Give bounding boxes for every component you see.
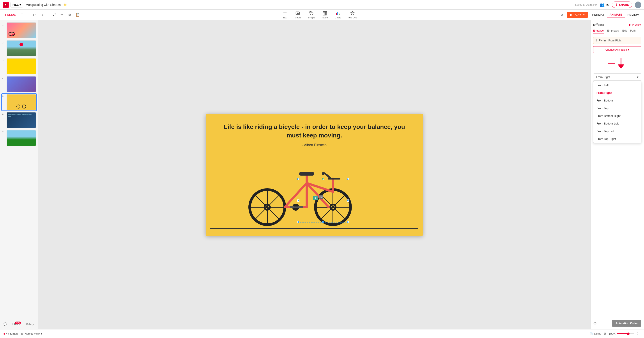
dropdown-container: From Right ▾ From Left From Right From B… (593, 74, 641, 143)
paint-format-button[interactable]: 🖌 (51, 12, 58, 18)
change-animation-button[interactable]: Change Animation ▾ (593, 46, 641, 53)
grid-view-button[interactable]: ⊞ (19, 12, 26, 18)
slide-canvas: Life is like riding a bicycle - in order… (206, 114, 423, 236)
slide-thumb-4[interactable]: 4 (2, 76, 36, 93)
preview-link[interactable]: ▶ Preview (629, 23, 641, 26)
folder-icon: 📁 (63, 3, 67, 6)
dropdown-option-from-bottom[interactable]: From Bottom (594, 97, 641, 104)
dropdown-option-from-top[interactable]: From Top (594, 104, 641, 112)
play-button[interactable]: ▶ PLAY ▾ (567, 12, 588, 18)
svg-rect-43 (298, 206, 303, 208)
dropdown-option-from-top-right[interactable]: From Top-Right (594, 135, 641, 143)
panel-actions: ⚙ Animation Order (590, 317, 644, 329)
slide-preview-6: "six sense of practice is worth a thousa… (6, 112, 36, 128)
dropdown-option-from-right[interactable]: From Right (594, 89, 641, 97)
tool-text[interactable]: Text (282, 11, 288, 19)
toolbar-separator-2 (48, 12, 48, 18)
slide-thumb-1[interactable]: 1 (2, 22, 36, 39)
slide-thumb-6[interactable]: 6 "six sense of practice is worth a thou… (2, 112, 36, 128)
cut-button[interactable]: ✂ (59, 12, 65, 18)
effect-tab-path[interactable]: Path (630, 29, 636, 34)
animation-item[interactable]: 2 Fly In From Right (593, 37, 641, 44)
share-button[interactable]: ⇧ SHARE (612, 2, 632, 8)
svg-rect-15 (339, 13, 340, 15)
anim-type: Fly In (599, 39, 606, 42)
tab-review[interactable]: REVIEW (625, 12, 641, 18)
animation-order-button[interactable]: Animation Order (612, 320, 641, 326)
bottom-bar: 5 / 7 Slides ⊞ Normal View ▾ 📄 Notes ⧉ 1… (0, 329, 644, 338)
bicycle-image: 2 1 (241, 161, 364, 227)
direction-dropdown[interactable]: From Right ▾ (593, 74, 641, 81)
effect-tab-entrance[interactable]: Entrance (593, 29, 604, 34)
settings-icon[interactable]: ⚙ (559, 12, 565, 18)
tool-chart[interactable]: Chart (335, 11, 340, 19)
anim-direction: From Right (608, 39, 621, 42)
slide-quote: Life is like riding a bicycle - in order… (206, 123, 423, 147)
toolbar: + SLIDE ⊞ ↩ ↪ 🖌 ✂ ⧉ 📋 Text Media Shape T… (0, 10, 644, 20)
slide-thumb-5[interactable]: 5 (2, 94, 36, 111)
canvas-area[interactable]: Life is like riding a bicycle - in order… (38, 20, 590, 329)
fullscreen-button[interactable]: ⛶ (637, 332, 640, 336)
effect-tab-emphasis[interactable]: Emphasis (607, 29, 619, 34)
gallery-button[interactable]: Gallery (24, 322, 36, 326)
user-avatar[interactable] (635, 2, 641, 8)
tab-animate[interactable]: ANIMATE (607, 12, 625, 18)
tool-addons[interactable]: Add-Ons (348, 11, 357, 19)
slide-thumb-7[interactable]: 7 (2, 130, 36, 146)
panel-content: Effects ▶ Preview Entrance Emphasis Exit… (590, 20, 644, 317)
collab-icon-button[interactable]: 👥 (600, 3, 604, 7)
slide-panel: 1 2 3 4 5 (0, 20, 38, 329)
file-menu-button[interactable]: FILE ▾ (10, 2, 23, 8)
right-panel: Effects ▶ Preview Entrance Emphasis Exit… (590, 20, 644, 329)
tool-shape[interactable]: Shape (308, 11, 315, 19)
toolbar-left: + SLIDE ⊞ ↩ ↪ 🖌 ✂ ⧉ 📋 (3, 12, 81, 18)
library-button[interactable]: New Library (10, 322, 22, 326)
slide-thumb-2[interactable]: 2 (2, 40, 36, 57)
toolbar-center: Text Media Shape Table Chart Add-Ons (82, 11, 558, 19)
svg-rect-14 (337, 12, 338, 15)
document-title: Manipulating with Shapes (26, 3, 61, 7)
paste-button[interactable]: 📋 (74, 12, 81, 18)
view-selector[interactable]: ⊞ Normal View ▾ (21, 332, 42, 335)
toolbar-separator (28, 12, 28, 18)
slide-preview-5 (6, 94, 36, 110)
dropdown-option-from-left[interactable]: From Left (594, 81, 641, 89)
tab-format[interactable]: FORMAT (590, 12, 607, 18)
effect-tabs: Entrance Emphasis Exit Path (593, 29, 641, 34)
comment-icon-button[interactable]: ✉ (606, 3, 609, 7)
page-icon[interactable]: ⧉ (604, 332, 606, 336)
chat-button[interactable]: 💬 (2, 321, 9, 327)
undo-button[interactable]: ↩ (31, 12, 38, 18)
redo-button[interactable]: ↪ (39, 12, 45, 18)
svg-rect-13 (336, 13, 337, 15)
dropdown-option-from-bottom-left[interactable]: From Bottom-Left (594, 120, 641, 127)
tool-media[interactable]: Media (294, 11, 301, 19)
settings-gear[interactable]: ⚙ (593, 321, 597, 326)
effect-tab-exit[interactable]: Exit (622, 29, 627, 34)
slide-preview-2 (6, 40, 36, 56)
svg-rect-39 (299, 172, 314, 176)
anim-number: 2 (596, 39, 597, 42)
tool-table[interactable]: Table (322, 11, 328, 19)
slide-preview-4 (6, 76, 36, 92)
direction-arrow-svg (616, 57, 626, 70)
quote-attribution: - Albert Einstein (224, 143, 405, 147)
add-slide-button[interactable]: + SLIDE (3, 12, 18, 18)
dropdown-list: From Left From Right From Bottom From To… (593, 81, 641, 143)
effects-header: Effects ▶ Preview (593, 23, 641, 27)
arrow-preview (593, 57, 641, 70)
slide-thumb-3[interactable]: 3 (2, 58, 36, 75)
notes-button[interactable]: 📄 Notes (590, 332, 601, 335)
dropdown-option-from-bottom-right[interactable]: From Bottom-Right (594, 112, 641, 120)
slide-preview-7 (6, 130, 36, 146)
zoom-thumb[interactable] (627, 332, 630, 335)
slide-counter: 5 / 7 Slides (4, 332, 18, 335)
zoom-slider[interactable] (617, 333, 634, 334)
copy-button[interactable]: ⧉ (66, 12, 73, 18)
svg-marker-45 (618, 65, 624, 69)
quote-text: Life is like riding a bicycle - in order… (224, 123, 405, 140)
top-bar: FILE ▾ Manipulating with Shapes 📁 Saved … (0, 0, 644, 10)
slides-list: 1 2 3 4 5 (0, 20, 38, 319)
dropdown-option-from-top-left[interactable]: From Top-Left (594, 127, 641, 135)
bottom-right: 📄 Notes ⧉ 100% ⛶ (590, 332, 640, 336)
